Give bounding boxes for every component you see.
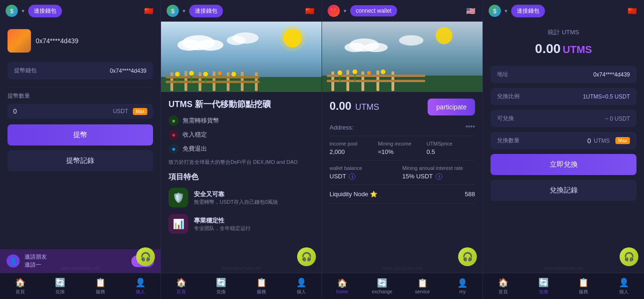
nav-service-p4[interactable]: 📋 服務 — [564, 273, 604, 299]
nav-exchange-p4[interactable]: 🔄 兌換 — [523, 273, 564, 299]
nav-service-icon-p3: 📋 — [417, 278, 428, 288]
nav-exchange-p1[interactable]: 🔄 兌換 — [40, 273, 81, 299]
nav-home-icon-p4: 🏠 — [498, 277, 508, 288]
flag-p2: 🇨🇳 — [304, 6, 316, 15]
stats-col-1: income pool 2,000 — [330, 141, 378, 155]
divider-p1 — [8, 87, 153, 87]
nav-home-label-p3: home — [336, 289, 348, 294]
feature-card-1: 🛡️ 安全又可靠 無需轉幣，USDT存入自己錢包0風險 — [169, 188, 314, 207]
svg-point-5 — [197, 39, 223, 51]
wallet-bal-item: wallet balance USDT ℹ — [330, 165, 402, 180]
nav-home-p1[interactable]: 🏠 首頁 — [0, 273, 40, 299]
wallet-bal-label: wallet balance — [330, 165, 402, 171]
amount-input-row: USDT Max — [8, 104, 153, 119]
max-badge[interactable]: Max — [133, 108, 147, 115]
nav-home-p3[interactable]: 🏠 home — [322, 273, 362, 299]
nav-service-p1[interactable]: 📋 服務 — [80, 273, 121, 299]
invite-text-wrap: 邀請朋友 邀請一 — [24, 253, 127, 269]
topbar-p1: $ ▼ 連接錢包 🇨🇳 — [0, 0, 161, 22]
nav-exchange-p2[interactable]: 🔄 兌換 — [201, 273, 242, 299]
nav-exchange-icon-p2: 🔄 — [216, 277, 226, 288]
nav-service-icon-p2: 📋 — [256, 277, 267, 288]
chevron-p1: ▼ — [21, 8, 25, 14]
svg-rect-32 — [322, 76, 483, 92]
connect-btn-p1[interactable]: 連接錢包 — [28, 5, 62, 17]
svg-point-22 — [231, 72, 236, 77]
connect-btn-p3[interactable]: connect wallet — [350, 5, 397, 16]
info-row-address: 地址 0x74****4d439 — [491, 66, 636, 83]
nav-home-label-p4: 首頁 — [498, 289, 508, 295]
svg-point-31 — [399, 35, 423, 46]
max-badge-p4[interactable]: Max — [615, 137, 630, 144]
nav-service-p3[interactable]: 📋 service — [402, 273, 443, 299]
svg-point-30 — [364, 43, 388, 52]
feature-card-info-2: 專業穩定性 专业团队，全年稳定运行 — [194, 216, 251, 232]
hero-image — [161, 22, 322, 92]
svg-rect-38 — [327, 75, 425, 77]
nav-home-p2[interactable]: 🏠 百頁 — [161, 273, 201, 299]
exchange-amount-input[interactable] — [563, 137, 591, 145]
feature-card-2: 📊 專業穩定性 专业团队，全年稳定运行 — [169, 214, 314, 234]
panel2-body: UTMS 新一代移動節點挖礦 ● 無需轉移貨幣 ● 收入穩定 ● 免費退出 致力… — [161, 92, 322, 273]
address-row-value: 0x74****4d439 — [593, 71, 630, 78]
nav-profile-p1[interactable]: 👤 個人 — [121, 273, 161, 299]
main-title-p2: UTMS 新一代移動節點挖礦 — [169, 99, 314, 110]
support-bubble-p2[interactable]: 🎧 — [297, 247, 316, 266]
nav-profile-p2[interactable]: 👤 個人 — [282, 273, 322, 299]
bottom-bar-p1: 🏠 首頁 🔄 兌換 📋 服務 👤 個人 — [0, 273, 161, 299]
support-bubble-p3[interactable]: 🎧 — [458, 247, 477, 266]
stats-value-1: 2,000 — [330, 148, 378, 155]
exchange-btn[interactable]: 立即兌換 — [491, 154, 636, 175]
support-bubble-p4[interactable]: 🎧 — [620, 247, 638, 266]
svg-point-27 — [436, 27, 452, 44]
withdraw-history-btn[interactable]: 提幣記錄 — [8, 150, 153, 171]
feature-card-subtitle-2: 专业团队，全年稳定运行 — [194, 225, 251, 232]
chevron-p4: ▼ — [504, 8, 508, 14]
info-dot-wallet[interactable]: ℹ — [349, 173, 355, 180]
nav-home-label-p2: 百頁 — [176, 289, 186, 295]
participate-btn[interactable]: participate — [428, 99, 475, 115]
info-dot-annual[interactable]: ℹ — [436, 173, 442, 180]
nav-profile-icon-p1: 👤 — [135, 277, 146, 288]
available-row-value: ~ 0 USDT — [605, 115, 630, 122]
stats-col-2: Mining income ≈10% — [378, 141, 426, 155]
panel4-body: 統計 UTMS 0.00 UTMS 地址 0x74****4d439 兌換比例 … — [483, 22, 644, 273]
amount-input[interactable] — [13, 107, 113, 115]
nav-profile-p4[interactable]: 👤 個人 — [604, 273, 644, 299]
node-row: Liquidity Node ⭐ 588 — [330, 185, 475, 204]
node-value: 588 — [465, 191, 475, 198]
stats-page-title: 統計 UTMS — [491, 28, 636, 37]
wallet-bal-value: USDT ℹ — [330, 173, 402, 180]
annual-rate-label: Mining annual interest rate — [402, 165, 475, 171]
svg-point-40 — [337, 70, 342, 75]
exchange-history-btn[interactable]: 兌換記錄 — [491, 180, 636, 201]
topbar-p2: $ ▼ 連接錢包 🇨🇳 ▼ — [161, 0, 322, 22]
usdt-label: USDT — [113, 108, 128, 115]
nav-service-p2[interactable]: 📋 服務 — [241, 273, 282, 299]
connect-btn-p4[interactable]: 連接錢包 — [511, 5, 545, 17]
wallet-currency: USDT — [330, 173, 346, 180]
support-bubble-p1[interactable]: 🎧 — [136, 247, 155, 266]
nav-profile-p3[interactable]: 👤 my — [443, 273, 483, 299]
nav-exchange-p3[interactable]: 🔄 exchange — [362, 273, 403, 299]
feature-card-subtitle-1: 無需轉幣，USDT存入自己錢包0風險 — [194, 199, 278, 206]
hero-image-p3 — [322, 22, 483, 92]
nav-exchange-label-p1: 兌換 — [55, 289, 65, 295]
flag-p3: 🇺🇸 — [465, 6, 477, 15]
withdraw-btn[interactable]: 提幣 — [8, 124, 153, 146]
svg-point-42 — [367, 71, 371, 75]
connect-btn-p2[interactable]: 連接錢包 — [189, 5, 223, 17]
stats-label-2: Mining income — [378, 141, 426, 146]
svg-rect-16 — [166, 76, 260, 78]
annual-value: 15% USDT — [402, 173, 433, 180]
nav-service-label-p3: service — [415, 289, 430, 294]
nav-profile-icon-p2: 👤 — [296, 277, 307, 288]
nav-profile-icon-p4: 👤 — [619, 277, 629, 288]
chevron-p3: ▼ — [343, 8, 347, 14]
topbar-left-p4: $ ▼ 連接錢包 — [489, 5, 545, 17]
withdraw-wallet-label: 提幣錢包 — [14, 67, 37, 75]
nav-home-icon-p3: 🏠 — [337, 278, 347, 288]
nav-home-p4[interactable]: 🏠 首頁 — [483, 273, 523, 299]
svg-point-43 — [381, 69, 385, 74]
invite-title: 邀請朋友 — [24, 253, 127, 261]
